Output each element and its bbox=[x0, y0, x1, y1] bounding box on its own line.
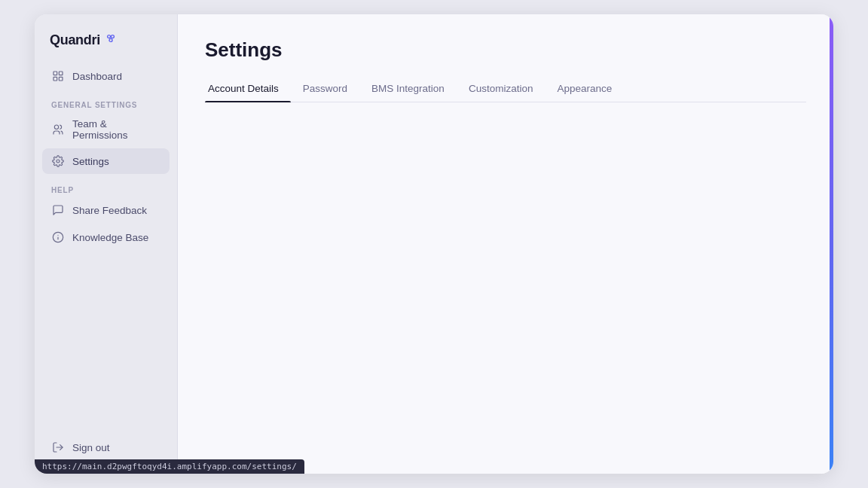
dashboard-label: Dashboard bbox=[72, 71, 122, 82]
sidebar-item-knowledge-base[interactable]: Knowledge Base bbox=[42, 224, 170, 250]
tab-bms-integration[interactable]: BMS Integration bbox=[359, 77, 457, 102]
content-area bbox=[205, 102, 806, 474]
tab-customization[interactable]: Customization bbox=[457, 77, 546, 102]
signout-icon bbox=[51, 441, 65, 454]
tab-appearance[interactable]: Appearance bbox=[545, 77, 624, 102]
logo: Quandri bbox=[35, 14, 177, 63]
sidebar-nav: Dashboard GENERAL SETTINGS Team & Permis… bbox=[35, 63, 177, 435]
svg-point-2 bbox=[109, 38, 112, 41]
svg-point-7 bbox=[54, 125, 58, 129]
section-general-label: GENERAL SETTINGS bbox=[42, 90, 170, 112]
knowledge-base-label: Knowledge Base bbox=[72, 232, 148, 243]
sidebar-item-feedback[interactable]: Share Feedback bbox=[42, 197, 170, 223]
logo-icon bbox=[105, 32, 117, 48]
logo-text: Quandri bbox=[50, 32, 100, 48]
knowledge-base-icon bbox=[51, 230, 65, 244]
sidebar-item-dashboard[interactable]: Dashboard bbox=[42, 63, 170, 89]
svg-point-0 bbox=[108, 35, 111, 38]
team-permissions-label: Team & Permissions bbox=[72, 118, 160, 141]
signout-label: Sign out bbox=[72, 442, 110, 453]
svg-point-1 bbox=[111, 35, 114, 38]
feedback-label: Share Feedback bbox=[72, 205, 147, 216]
svg-rect-5 bbox=[53, 77, 57, 81]
main-content: Settings Account Details Password BMS In… bbox=[178, 14, 833, 474]
sidebar-item-team-permissions[interactable]: Team & Permissions bbox=[42, 112, 170, 147]
svg-point-8 bbox=[57, 160, 60, 163]
tabs-bar: Account Details Password BMS Integration… bbox=[205, 77, 806, 102]
sidebar-bottom: Sign out bbox=[35, 435, 177, 462]
url-bar: https://main.d2pwgftoqyd4i.amplifyapp.co… bbox=[35, 459, 304, 474]
tab-password[interactable]: Password bbox=[291, 77, 359, 102]
tab-account-details[interactable]: Account Details bbox=[205, 77, 291, 102]
page-title: Settings bbox=[205, 38, 806, 62]
settings-label: Settings bbox=[72, 156, 109, 167]
svg-rect-6 bbox=[59, 77, 63, 81]
sidebar-item-signout[interactable]: Sign out bbox=[42, 435, 170, 460]
team-icon bbox=[51, 123, 65, 136]
section-help-label: HELP bbox=[42, 175, 170, 197]
app-container: Quandri Da bbox=[35, 14, 833, 474]
sidebar-item-settings[interactable]: Settings bbox=[42, 148, 170, 174]
svg-rect-3 bbox=[53, 72, 57, 75]
sidebar: Quandri Da bbox=[35, 14, 178, 474]
dashboard-icon bbox=[51, 69, 65, 83]
svg-rect-4 bbox=[59, 72, 63, 75]
feedback-icon bbox=[51, 203, 65, 217]
settings-icon bbox=[51, 154, 65, 168]
